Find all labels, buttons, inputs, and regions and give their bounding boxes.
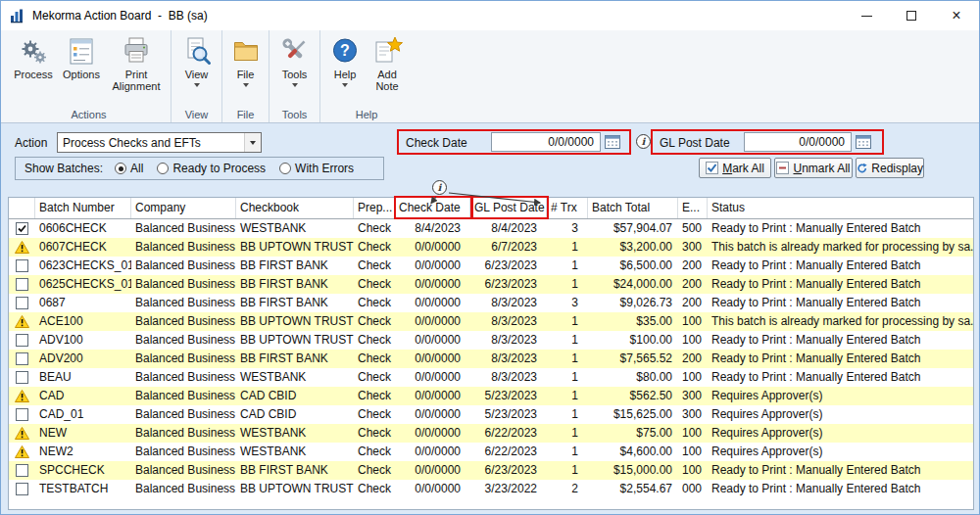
options-button[interactable]: Options [57,30,106,105]
cell-trx: 1 [547,331,588,350]
cell-checkbook: BB UPTOWN TRUST [236,238,354,257]
checkbox-unchecked-icon[interactable] [16,464,28,477]
tools-button[interactable]: Tools [272,30,317,105]
checkbox-checked-icon[interactable] [16,222,28,235]
radio-ready-to-process-label[interactable]: Ready to Process [172,162,266,175]
column-header-select[interactable] [9,198,35,218]
cell-checkbook: CAD CBID [236,405,354,424]
cell-status: Ready to Print : Manually Entered Batch [708,331,973,350]
mark-all-button[interactable]: Mark All [699,158,771,178]
checkbox-unchecked-icon[interactable] [16,259,28,272]
cell-batch-number: ADV200 [35,350,131,368]
column-header-gl-post-date[interactable]: GL Post Date [470,198,547,218]
table-row[interactable]: 0606CHECK Balanced Business WESTBANK Che… [9,219,973,238]
add-note-button[interactable]: Add Note [367,30,408,105]
cell-prep: Check [354,368,395,387]
cell-status: Requires Approver(s) [708,405,973,424]
batch-table: Batch Number Company Checkbook Prep... C… [8,197,974,510]
column-header-status[interactable]: Status [708,198,973,218]
check-date-field[interactable]: 0/0/0000 [491,132,601,152]
cell-batch-total: $7,565.52 [588,350,678,368]
cell-prep: Check [354,405,395,424]
cell-status: This batch is already marked for process… [708,238,973,257]
checkbox-unchecked-icon[interactable] [16,483,28,495]
check-date-calendar-icon[interactable] [605,134,620,149]
cell-company: Balanced Business [131,294,236,312]
checkbox-unchecked-icon[interactable] [16,408,28,421]
checkbox-unchecked-icon[interactable] [16,278,28,291]
radio-ready-to-process[interactable] [157,163,169,174]
radio-all[interactable] [115,163,126,174]
column-header-checkbook[interactable]: Checkbook [236,198,354,218]
checkbox-unchecked-icon[interactable] [16,371,28,384]
cell-company: Balanced Business [131,480,236,498]
table-row[interactable]: CAD Balanced Business CAD CBID Check 0/0… [9,387,973,405]
cell-batch-number: NEW [35,424,131,443]
table-row[interactable]: 0687 Balanced Business BB FIRST BANK Che… [9,294,973,312]
cell-e: 200 [678,350,708,368]
file-button[interactable]: File [225,30,266,105]
printer-icon [121,35,152,67]
column-header-check-date[interactable]: Check Date [395,198,470,218]
table-row[interactable]: BEAU Balanced Business WESTBANK Check 0/… [9,368,973,387]
action-select-arrow-zone[interactable] [244,133,261,152]
table-row[interactable]: SPCCHECK Balanced Business BB FIRST BANK… [9,461,973,480]
column-header-batch-total[interactable]: Batch Total [588,198,678,218]
warning-icon [15,315,29,328]
view-button[interactable]: View [174,30,219,105]
action-label: Action [15,136,47,150]
minimize-button[interactable] [844,1,889,30]
info-icon-columns: i [432,180,447,195]
print-alignment-button[interactable]: Print Alignment [106,30,167,105]
cell-trx: 1 [547,443,588,461]
radio-with-errors[interactable] [279,163,291,174]
column-header-trx[interactable]: # Trx [547,198,588,218]
unmark-all-button[interactable]: Unmark All [774,158,853,178]
column-header-e[interactable]: E... [678,198,708,218]
table-row[interactable]: NEW2 Balanced Business WESTBANK Check 0/… [9,443,973,461]
table-row[interactable]: ADV100 Balanced Business BB UPTOWN TRUST… [9,331,973,350]
table-row[interactable]: 0607CHECK Balanced Business BB UPTOWN TR… [9,238,973,257]
table-row[interactable]: NEW Balanced Business WESTBANK Check 0/0… [9,424,973,443]
process-gears-icon [18,35,49,67]
cell-checkbook: BB UPTOWN TRUST [236,480,354,498]
redisplay-button[interactable]: Redisplay [856,158,924,178]
column-header-company[interactable]: Company [131,198,236,218]
cell-trx: 1 [547,461,588,480]
cell-check-date: 0/0/0000 [395,350,470,368]
checkbox-unchecked-icon[interactable] [16,334,28,347]
help-dropdown-arrow-icon [342,83,348,87]
close-button[interactable]: × [934,1,979,30]
tools-dropdown-arrow-icon [292,83,298,87]
warning-icon [15,427,29,440]
cell-checkbook: BB FIRST BANK [236,350,354,368]
radio-with-errors-label[interactable]: With Errors [295,162,354,175]
cell-gl-post-date: 8/3/2023 [470,368,547,387]
checkbox-unchecked-icon[interactable] [16,297,28,309]
ribbon-group-help-label: Help [320,109,413,120]
action-select[interactable]: Process Checks and EFTs [57,132,262,153]
cell-checkbook: BB FIRST BANK [236,257,354,275]
column-header-batch-number[interactable]: Batch Number [35,198,131,218]
cell-e: 100 [678,368,708,387]
table-row[interactable]: 0625CHECKS_01 Balanced Business BB FIRST… [9,275,973,294]
table-row[interactable]: 0623CHECKS_01 Balanced Business BB FIRST… [9,257,973,275]
process-button[interactable]: Process [10,30,57,105]
unmark-all-label: Unmark All [793,162,850,175]
checkbox-unchecked-icon[interactable] [16,352,28,365]
cell-checkbook: WESTBANK [236,424,354,443]
radio-all-label[interactable]: All [130,162,143,175]
column-header-prep[interactable]: Prep... [354,198,395,218]
ribbon-group-file: File File [222,30,270,122]
table-row[interactable]: TESTBATCH Balanced Business BB UPTOWN TR… [9,480,973,498]
svg-text:?: ? [340,42,350,59]
gl-post-date-field[interactable]: 0/0/0000 [744,132,852,152]
help-button[interactable]: ? Help [323,30,367,105]
cell-gl-post-date: 6/23/2023 [470,275,547,294]
table-row[interactable]: ACE100 Balanced Business BB UPTOWN TRUST… [9,312,973,331]
cell-prep: Check [354,387,395,405]
maximize-button[interactable] [889,1,934,30]
table-row[interactable]: ADV200 Balanced Business BB FIRST BANK C… [9,350,973,368]
table-row[interactable]: CAD_01 Balanced Business CAD CBID Check … [9,405,973,424]
gl-post-date-calendar-icon[interactable] [856,134,871,149]
